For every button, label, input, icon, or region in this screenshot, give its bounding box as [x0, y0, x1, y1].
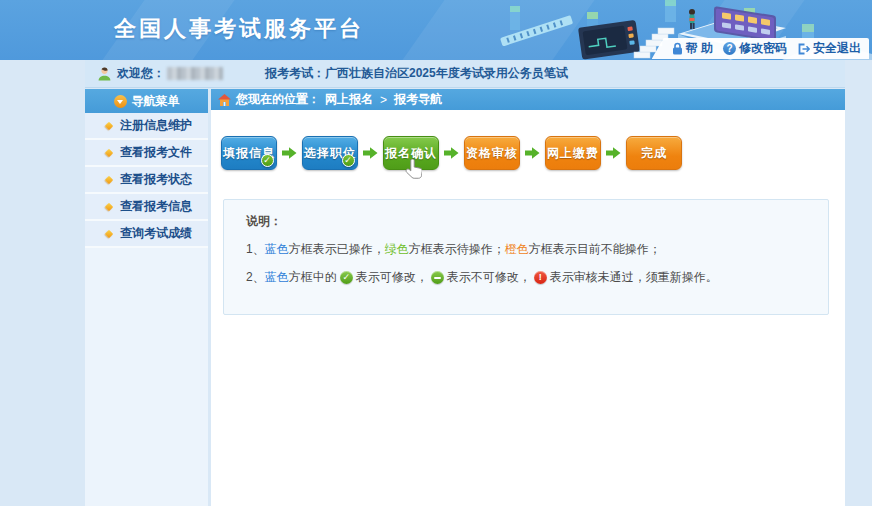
- note-num: 1、: [246, 241, 265, 258]
- page-title: 全国人事考试服务平台: [114, 14, 364, 44]
- sidebar-item-view-status[interactable]: 查看报考状态: [85, 167, 208, 194]
- exit-icon: [797, 43, 810, 55]
- note-num: 2、: [246, 269, 265, 286]
- hand-cursor-icon: [403, 159, 422, 184]
- minus-circle-icon: [431, 271, 444, 284]
- step-label: 完成: [641, 145, 667, 162]
- sidebar-item-query-scores[interactable]: 查询考试成绩: [85, 221, 208, 248]
- sidebar-item-label: 查询考试成绩: [120, 225, 192, 242]
- note-line-2: 2、 蓝色 方框中的 ✓ 表示可修改， 表示不可修改， ! 表示审核未通过，须重…: [246, 269, 808, 286]
- step-complete-button[interactable]: 完成: [626, 136, 682, 170]
- registration-steps: 填报信息 ✓ 选择职位 ✓ 报名确认: [221, 136, 845, 170]
- arrow-right-icon: [525, 146, 540, 160]
- home-icon: [218, 94, 231, 106]
- arrow-right-icon: [282, 146, 297, 160]
- arrow-right-icon: [363, 146, 378, 160]
- header-toolbar: 帮 助 ? 修改密码 安全退出: [652, 38, 869, 59]
- note-blue-word: 蓝色: [265, 241, 289, 258]
- step-label: 资格审核: [466, 145, 518, 162]
- note-line-1: 1、 蓝色 方框表示已操作， 绿色 方框表示待操作； 橙色 方框表示目前不能操作…: [246, 241, 808, 258]
- main-panel: 您现在的位置： 网上报名 > 报考导航 填报信息 ✓ 选择职位 ✓: [211, 89, 845, 506]
- step-fill-info-button[interactable]: 填报信息 ✓: [221, 136, 277, 170]
- step-select-position-button[interactable]: 选择职位 ✓: [302, 136, 358, 170]
- sidebar-title: 导航菜单: [132, 93, 180, 110]
- breadcrumb: 您现在的位置： 网上报名 > 报考导航: [211, 89, 845, 110]
- logout-button[interactable]: 安全退出: [797, 40, 861, 57]
- step-confirm-registration-button[interactable]: 报名确认: [383, 136, 439, 170]
- body-row: 导航菜单 注册信息维护 查看报考文件 查看报考状态 查看报考信息 查询考试成绩: [85, 89, 845, 506]
- sidebar-item-label: 查看报考状态: [120, 171, 192, 188]
- step-label: 网上缴费: [547, 145, 599, 162]
- note-text: 表示不可修改，: [447, 269, 531, 286]
- breadcrumb-section: 网上报名: [325, 91, 373, 108]
- user-avatar-icon: [97, 66, 112, 81]
- check-badge-icon: ✓: [261, 154, 274, 167]
- sidebar-item-view-documents[interactable]: 查看报考文件: [85, 140, 208, 167]
- sidebar-item-label: 查看报考信息: [120, 198, 192, 215]
- legend-note-box: 说明： 1、 蓝色 方框表示已操作， 绿色 方框表示待操作； 橙色 方框表示目前…: [223, 199, 829, 315]
- bullet-icon: [105, 121, 113, 129]
- breadcrumb-current: 报考导航: [394, 91, 442, 108]
- chevron-down-icon: [114, 95, 127, 108]
- exam-name: 广西壮族自治区2025年度考试录用公务员笔试: [325, 65, 568, 82]
- help-button[interactable]: 帮 助: [672, 40, 713, 57]
- note-text: 方框表示待操作；: [409, 241, 505, 258]
- sidebar-item-label: 注册信息维护: [120, 117, 192, 134]
- note-text: 方框表示已操作，: [289, 241, 385, 258]
- exclamation-circle-icon: !: [534, 271, 547, 284]
- change-password-button[interactable]: ? 修改密码: [723, 40, 787, 57]
- arrow-right-icon: [444, 146, 459, 160]
- breadcrumb-separator: >: [380, 93, 387, 107]
- bullet-icon: [105, 148, 113, 156]
- main-container: 欢迎您： 报考考试： 广西壮族自治区2025年度考试录用公务员笔试 导航菜单 注…: [85, 60, 845, 506]
- sidebar-item-registration-info[interactable]: 注册信息维护: [85, 113, 208, 140]
- sidebar-nav-header[interactable]: 导航菜单: [85, 89, 208, 113]
- breadcrumb-location-label: 您现在的位置：: [236, 91, 320, 108]
- note-green-word: 绿色: [385, 241, 409, 258]
- change-password-label: 修改密码: [739, 40, 787, 57]
- arrow-right-icon: [606, 146, 621, 160]
- note-text: 表示审核未通过，须重新操作。: [550, 269, 718, 286]
- note-text: 方框表示目前不能操作；: [529, 241, 661, 258]
- user-info-bar: 欢迎您： 报考考试： 广西壮族自治区2025年度考试录用公务员笔试: [85, 60, 845, 88]
- bullet-icon: [105, 202, 113, 210]
- note-orange-word: 橙色: [505, 241, 529, 258]
- sidebar-item-view-info[interactable]: 查看报考信息: [85, 194, 208, 221]
- exam-label: 报考考试：: [265, 65, 325, 82]
- bullet-icon: [105, 229, 113, 237]
- note-text: 表示可修改，: [356, 269, 428, 286]
- sidebar: 导航菜单 注册信息维护 查看报考文件 查看报考状态 查看报考信息 查询考试成绩: [85, 89, 208, 506]
- lock-icon: [672, 42, 683, 55]
- welcome-label: 欢迎您：: [117, 65, 165, 82]
- logout-label: 安全退出: [813, 40, 861, 57]
- step-online-payment-button[interactable]: 网上缴费: [545, 136, 601, 170]
- question-icon: ?: [723, 42, 736, 55]
- note-text: 方框中的: [289, 269, 337, 286]
- check-circle-icon: ✓: [340, 271, 353, 284]
- note-title: 说明：: [246, 213, 808, 230]
- bullet-icon: [105, 175, 113, 183]
- app-header: 全国人事考试服务平台: [0, 0, 872, 60]
- check-badge-icon: ✓: [342, 154, 355, 167]
- help-label: 帮 助: [686, 40, 713, 57]
- redacted-username: [167, 67, 223, 80]
- sidebar-item-label: 查看报考文件: [120, 144, 192, 161]
- content-area: 填报信息 ✓ 选择职位 ✓ 报名确认: [211, 110, 845, 315]
- note-blue-word: 蓝色: [265, 269, 289, 286]
- step-qualification-review-button[interactable]: 资格审核: [464, 136, 520, 170]
